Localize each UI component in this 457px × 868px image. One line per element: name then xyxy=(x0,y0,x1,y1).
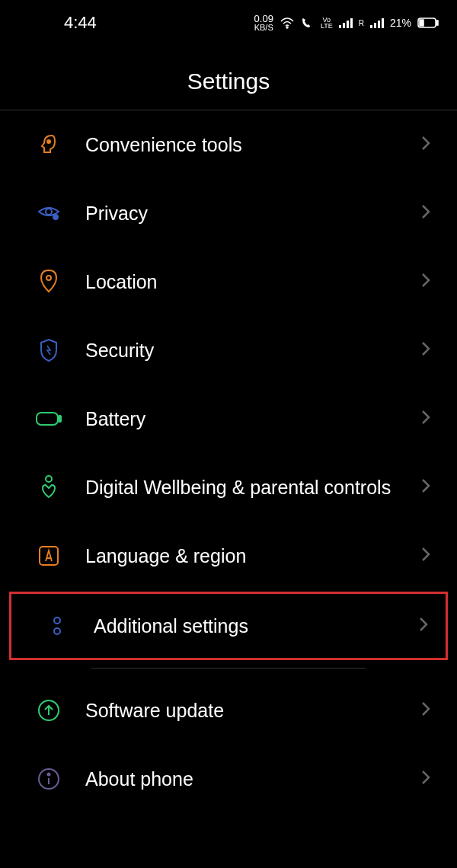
svg-point-12 xyxy=(47,140,50,143)
volte-icon: VoLTE xyxy=(321,17,333,29)
page-header: Settings xyxy=(0,46,457,110)
item-label: Digital Wellbeing & parental controls xyxy=(85,475,420,500)
item-label: Battery xyxy=(85,407,420,432)
svg-point-14 xyxy=(53,215,58,219)
language-icon xyxy=(35,542,62,570)
chevron-right-icon xyxy=(420,477,431,497)
settings-item-about-phone[interactable]: About phone xyxy=(0,745,457,813)
svg-rect-16 xyxy=(37,413,58,425)
chevron-right-icon xyxy=(420,272,431,292)
item-label: Security xyxy=(85,338,420,363)
chevron-right-icon xyxy=(420,700,431,720)
battery-icon xyxy=(35,405,62,432)
settings-item-battery[interactable]: Battery xyxy=(0,385,457,453)
battery-icon xyxy=(417,18,439,28)
chevron-right-icon xyxy=(420,340,431,360)
item-label: Privacy xyxy=(85,201,420,226)
chevron-right-icon xyxy=(420,769,431,789)
settings-item-security[interactable]: Security xyxy=(0,316,457,385)
svg-point-15 xyxy=(46,276,51,280)
page-title: Settings xyxy=(0,69,457,94)
wellbeing-icon xyxy=(35,474,62,501)
item-label: Language & region xyxy=(85,544,420,569)
status-indicators: 0.09 KB/S VoLTE R xyxy=(254,14,439,32)
item-label: Additional settings xyxy=(94,614,418,639)
roaming-icon: R xyxy=(359,19,364,27)
chevron-right-icon xyxy=(420,203,431,223)
chevron-right-icon xyxy=(420,409,431,429)
svg-point-0 xyxy=(286,27,288,28)
privacy-icon xyxy=(35,199,62,227)
svg-rect-6 xyxy=(374,23,376,28)
svg-point-20 xyxy=(54,617,60,624)
divider xyxy=(91,668,366,669)
shield-icon xyxy=(35,337,62,364)
item-label: Location xyxy=(85,270,420,295)
item-label: Convenience tools xyxy=(85,132,420,158)
svg-point-13 xyxy=(46,209,52,215)
data-speed: 0.09 KB/S xyxy=(254,14,273,32)
status-bar: 4:44 0.09 KB/S VoLTE xyxy=(0,0,457,46)
status-time: 4:44 xyxy=(64,13,97,33)
svg-rect-7 xyxy=(378,21,380,28)
settings-item-location[interactable]: Location xyxy=(0,247,457,316)
chevron-right-icon xyxy=(420,135,431,155)
svg-rect-17 xyxy=(59,416,61,422)
signal-icon-2 xyxy=(370,18,384,28)
call-icon xyxy=(301,17,315,29)
settings-item-software-update[interactable]: Software update xyxy=(0,676,457,745)
chevron-right-icon xyxy=(420,546,431,566)
settings-item-convenience-tools[interactable]: Convenience tools xyxy=(0,110,457,179)
svg-rect-3 xyxy=(347,21,349,28)
info-icon xyxy=(35,765,62,793)
svg-rect-1 xyxy=(339,25,341,28)
svg-rect-11 xyxy=(420,20,423,26)
settings-list: Convenience tools Privacy Location xyxy=(0,110,457,813)
svg-point-24 xyxy=(48,774,50,776)
svg-point-18 xyxy=(46,476,52,482)
svg-rect-5 xyxy=(370,25,372,28)
item-label: Software update xyxy=(85,698,420,723)
svg-point-21 xyxy=(54,628,60,634)
head-icon xyxy=(35,131,62,158)
dots-icon xyxy=(43,612,71,640)
location-icon xyxy=(35,268,62,295)
item-label: About phone xyxy=(85,767,420,792)
svg-rect-8 xyxy=(382,18,384,28)
svg-rect-10 xyxy=(436,21,438,25)
settings-item-language-region[interactable]: Language & region xyxy=(0,522,457,590)
update-icon xyxy=(35,697,62,724)
settings-item-additional-settings[interactable]: Additional settings xyxy=(9,592,448,660)
wifi-icon xyxy=(280,17,295,29)
svg-rect-2 xyxy=(343,23,345,28)
settings-item-privacy[interactable]: Privacy xyxy=(0,179,457,247)
battery-percent: 21% xyxy=(390,17,411,29)
signal-icon-1 xyxy=(339,18,353,28)
settings-item-digital-wellbeing[interactable]: Digital Wellbeing & parental controls xyxy=(0,453,457,522)
chevron-right-icon xyxy=(418,616,429,636)
svg-rect-4 xyxy=(350,18,353,28)
